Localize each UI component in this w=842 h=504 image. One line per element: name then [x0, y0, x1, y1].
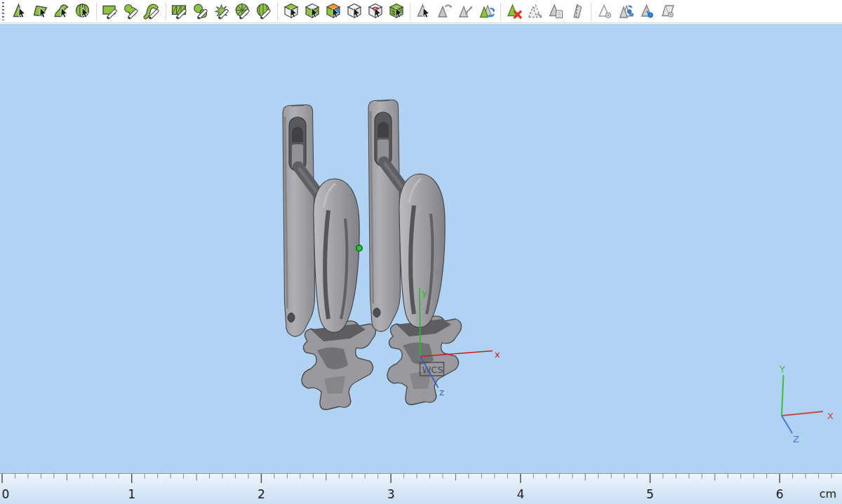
plane-inspect-button[interactable]	[658, 1, 678, 21]
triangle-droplet-icon	[638, 2, 656, 20]
ruler-number-4: 4	[516, 487, 524, 501]
select-cube-sides-icon	[303, 2, 321, 20]
select-cube-top-face-icon	[282, 2, 300, 20]
triangle-inspect-icon	[596, 2, 614, 20]
brush-select-curve-icon	[143, 2, 161, 20]
select-cube-all-icon	[387, 2, 406, 20]
nav-z-axis	[782, 416, 792, 433]
triangle-flip-button[interactable]	[435, 1, 455, 21]
brush-fill-pie-button[interactable]	[191, 1, 210, 21]
select-cube-through-icon	[345, 2, 363, 20]
brush-select-rectangle-button[interactable]	[100, 1, 120, 21]
toolbar-separator	[500, 3, 501, 20]
triangle-paint-blue-button[interactable]	[616, 1, 636, 21]
toolbar-separator	[591, 3, 592, 20]
nav-y-label: Y	[779, 364, 785, 374]
ruler-unit-label: cm	[820, 487, 836, 500]
nav-z-label: Z	[793, 434, 799, 444]
wcs-y-label: y	[422, 287, 427, 298]
brush-select-blob-button[interactable]	[121, 1, 141, 21]
triangle-swap-icon	[478, 2, 496, 20]
brush-fill-disc-button[interactable]	[233, 1, 253, 21]
select-triangle-icon	[11, 2, 29, 20]
ruler-tick-marks	[15, 474, 831, 479]
model-part-1[interactable]	[283, 104, 375, 409]
brush-fill-star-button[interactable]	[212, 1, 232, 21]
select-cube-interior-icon	[366, 2, 385, 20]
toolbar-separator	[96, 3, 97, 20]
triangle-stitch-icon	[568, 2, 587, 20]
ruler-number-1: 1	[128, 487, 135, 501]
select-cube-parts-icon	[324, 2, 342, 20]
triangle-delete-icon	[505, 2, 523, 20]
toolbar-separator	[410, 3, 410, 20]
wcs-x-label: x	[495, 349, 500, 360]
select-curved-surface-icon	[53, 2, 71, 20]
scale-ruler: 0123456cm	[0, 473, 842, 504]
triangle-stitch-button[interactable]	[568, 1, 587, 21]
ruler-number-3: 3	[387, 487, 395, 501]
triangle-select-button[interactable]	[414, 1, 434, 21]
toolbar-separator	[166, 3, 166, 20]
triangle-swap-button[interactable]	[477, 1, 497, 21]
select-plane-button[interactable]	[31, 1, 51, 21]
brush-fill-mesh-rectangle-icon	[171, 2, 189, 20]
toolbar-separator	[277, 3, 278, 20]
model-part-2[interactable]	[368, 100, 461, 404]
triangle-copy-button[interactable]	[547, 1, 566, 21]
viewport-3d[interactable]: WCS y x z Y X Z	[0, 24, 842, 473]
triangle-droplet-button[interactable]	[637, 1, 657, 21]
orientation-axes: Y X Z	[779, 364, 834, 444]
triangle-copy-icon	[547, 2, 566, 20]
triangle-move-icon	[457, 2, 475, 20]
ruler-ticks: 0123456cm	[0, 474, 842, 504]
brush-fill-star-icon	[213, 2, 231, 20]
select-cube-all-button[interactable]	[387, 1, 406, 21]
select-shell-icon	[74, 2, 92, 20]
wcs-y-axis	[420, 288, 420, 357]
triangle-select-icon	[415, 2, 433, 20]
select-shell-button[interactable]	[73, 1, 93, 21]
viewport-canvas[interactable]: WCS y x z Y X Z	[0, 24, 842, 473]
select-cube-through-button[interactable]	[345, 1, 364, 21]
triangle-delete-button[interactable]	[504, 1, 524, 21]
triangle-duplicate-dashed-icon	[526, 2, 544, 20]
wcs-z-label: z	[439, 387, 444, 397]
nav-x-axis	[782, 411, 823, 416]
select-cube-interior-button[interactable]	[366, 1, 385, 21]
brush-fill-disc-icon	[234, 2, 252, 20]
pivot-point-dot	[356, 245, 362, 251]
ruler-number-0: 0	[2, 487, 10, 501]
triangle-move-button[interactable]	[456, 1, 476, 21]
brush-select-blob-icon	[122, 2, 140, 20]
brush-fill-sphere-button[interactable]	[254, 1, 274, 21]
triangle-flip-icon	[436, 2, 454, 20]
triangle-duplicate-dashed-button[interactable]	[526, 1, 545, 21]
select-cube-parts-button[interactable]	[323, 1, 343, 21]
select-cube-sides-button[interactable]	[302, 1, 322, 21]
toolbar-groups	[9, 1, 679, 21]
ruler-number-5: 5	[646, 487, 654, 501]
triangle-paint-blue-icon	[617, 2, 635, 20]
nav-x-label: X	[827, 411, 834, 421]
brush-fill-pie-icon	[192, 2, 210, 20]
ruler-number-6: 6	[776, 487, 784, 501]
brush-fill-mesh-rectangle-button[interactable]	[170, 1, 189, 21]
brush-fill-sphere-icon	[255, 2, 273, 20]
ruler-number-2: 2	[258, 487, 265, 501]
nav-y-axis	[782, 375, 784, 416]
brush-select-curve-button[interactable]	[142, 1, 162, 21]
app-window: WCS y x z Y X Z 0123456cm	[0, 0, 842, 504]
select-triangle-button[interactable]	[10, 1, 29, 21]
toolbar-drag-handle[interactable]	[2, 2, 5, 20]
select-curved-surface-button[interactable]	[52, 1, 72, 21]
triangle-inspect-button[interactable]	[595, 1, 615, 21]
plane-inspect-icon	[659, 2, 677, 20]
select-cube-top-face-button[interactable]	[281, 1, 301, 21]
brush-select-rectangle-icon	[101, 2, 119, 20]
select-plane-icon	[32, 2, 50, 20]
main-toolbar	[0, 0, 842, 23]
